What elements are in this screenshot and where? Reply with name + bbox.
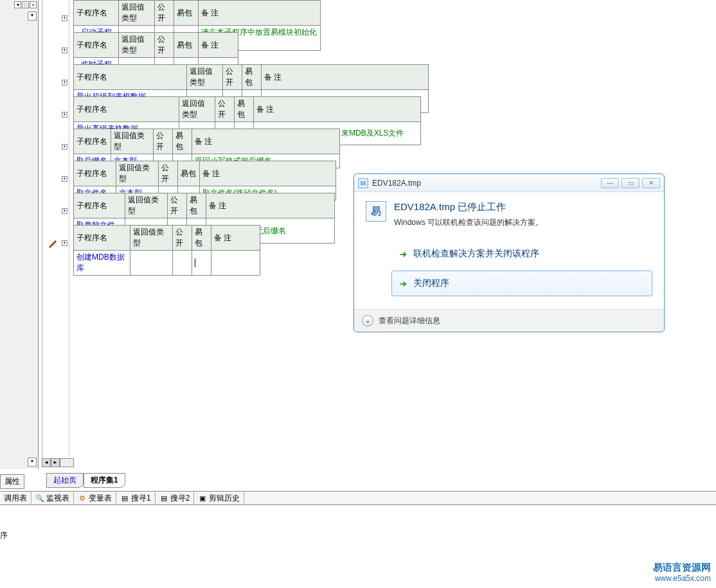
col-pkg: 易包 xyxy=(192,226,211,251)
expand-icon[interactable]: + xyxy=(62,176,67,182)
col-remark: 备 注 xyxy=(206,193,335,218)
option-check-online[interactable]: ➔ 联机检查解决方案并关闭该程序 xyxy=(391,241,652,267)
watermark-title: 易语言资源网 xyxy=(653,562,711,574)
cell-type[interactable] xyxy=(130,251,173,276)
col-name: 子程序名 xyxy=(74,161,116,186)
expand-icon[interactable]: + xyxy=(62,240,67,246)
minimize-button[interactable]: — xyxy=(601,178,619,188)
col-pkg: 易包 xyxy=(173,129,192,154)
cell-remark[interactable] xyxy=(211,251,260,276)
tool-search1[interactable]: ▤搜寻1 xyxy=(116,492,156,504)
col-public: 公开 xyxy=(168,193,187,218)
expand-icon[interactable]: + xyxy=(62,208,67,214)
col-remark: 备 注 xyxy=(254,97,421,122)
col-pkg: 易包 xyxy=(242,65,262,90)
hscroll[interactable]: ◄ ► xyxy=(42,458,74,467)
scroll-right-icon[interactable]: ► xyxy=(51,458,60,467)
properties-tab[interactable]: 属性 xyxy=(0,474,24,489)
doc-icon: ▤ xyxy=(120,494,129,503)
col-public: 公开 xyxy=(159,161,178,186)
dialog-titlebar[interactable]: EDV182A.tmp — ▭ ✕ xyxy=(354,174,664,192)
dialog-options: ➔ 联机检查解决方案并关闭该程序 ➔ 关闭程序 xyxy=(391,241,652,296)
side-panel: ▾ □ × ▾ ▾ xyxy=(0,0,39,469)
cell-name[interactable]: 创建MDB数据库 xyxy=(74,251,130,276)
col-public: 公开 xyxy=(154,129,173,154)
tool-label: 搜寻1 xyxy=(131,493,151,504)
program-icon: 易 xyxy=(366,201,386,222)
watermark-url: www.e5a5x.com xyxy=(653,574,711,583)
tool-watch[interactable]: 🔍监视表 xyxy=(31,492,74,504)
col-remark: 备 注 xyxy=(199,1,321,26)
dialog-heading: EDV182A.tmp 已停止工作 xyxy=(394,201,543,213)
col-type: 返回值类型 xyxy=(116,161,159,186)
col-public: 公开 xyxy=(223,65,242,90)
expand-icon[interactable]: + xyxy=(62,144,67,150)
tool-label: 搜寻2 xyxy=(170,493,190,504)
scroll-track[interactable] xyxy=(60,458,74,467)
expand-icon[interactable]: + xyxy=(62,15,67,21)
col-type: 返回值类型 xyxy=(119,33,155,58)
tab-start[interactable]: 起始页 xyxy=(46,473,84,488)
cell-public[interactable] xyxy=(173,251,192,276)
col-remark: 备 注 xyxy=(199,33,238,58)
subroutine-table[interactable]: 子程序名 返回值类型 公开 易包 备 注 创建MDB数据库 xyxy=(73,225,260,276)
col-remark: 备 注 xyxy=(192,129,340,154)
maximize-button[interactable]: ▭ xyxy=(622,178,640,188)
bottom-toolbar: 调用表 🔍监视表 ⚙变量表 ▤搜寻1 ▤搜寻2 ▣剪辑历史 xyxy=(0,491,716,505)
option-label: 联机检查解决方案并关闭该程序 xyxy=(413,248,539,260)
chevron-down-icon[interactable]: ⌄ xyxy=(362,315,373,326)
tool-label: 变量表 xyxy=(89,493,112,504)
tool-vars[interactable]: ⚙变量表 xyxy=(74,492,116,504)
expand-icon[interactable]: + xyxy=(62,48,67,53)
panel-combo2-icon[interactable]: ▾ xyxy=(28,458,37,467)
col-type: 返回值类型 xyxy=(187,65,223,90)
details-label[interactable]: 查看问题详细信息 xyxy=(379,316,440,326)
tool-history[interactable]: ▣剪辑历史 xyxy=(194,492,244,504)
tool-search2[interactable]: ▤搜寻2 xyxy=(156,492,195,504)
clip-icon: ▣ xyxy=(198,494,207,503)
expand-icon[interactable]: + xyxy=(62,112,67,118)
scroll-left-icon[interactable]: ◄ xyxy=(42,458,51,467)
col-name: 子程序名 xyxy=(74,226,130,251)
close-button[interactable]: ✕ xyxy=(642,178,660,188)
col-remark: 备 注 xyxy=(200,161,336,186)
expand-icon[interactable]: + xyxy=(62,80,67,85)
dialog-window-buttons: — ▭ ✕ xyxy=(601,178,660,188)
col-public: 公开 xyxy=(173,226,192,251)
panel-controls: ▾ □ × xyxy=(14,1,37,8)
dialog-subtext: Windows 可以联机检查该问题的解决方案。 xyxy=(394,217,543,228)
panel-dropdown-icon[interactable]: ▾ xyxy=(14,1,21,8)
col-pkg: 易包 xyxy=(174,1,199,26)
link-icon: ⚙ xyxy=(78,494,87,503)
tool-label: 剪辑历史 xyxy=(209,493,240,504)
col-remark: 备 注 xyxy=(262,65,429,90)
cell-pkg[interactable] xyxy=(192,251,211,276)
col-name: 子程序名 xyxy=(74,33,119,58)
arrow-icon: ➔ xyxy=(400,279,407,289)
arrow-icon: ➔ xyxy=(400,249,407,259)
col-name: 子程序名 xyxy=(74,193,125,218)
gutter: ++++++++ xyxy=(42,0,69,463)
tool-label: 调用表 xyxy=(4,493,27,504)
col-public: 公开 xyxy=(155,1,174,26)
col-type: 返回值类型 xyxy=(179,97,215,122)
watermark: 易语言资源网 www.e5a5x.com xyxy=(653,562,711,583)
tab-active[interactable]: 程序集1 xyxy=(84,473,125,488)
status-text: 序 xyxy=(0,530,8,541)
panel-pin-icon[interactable]: □ xyxy=(22,1,29,8)
col-public: 公开 xyxy=(215,97,235,122)
option-close-program[interactable]: ➔ 关闭程序 xyxy=(391,271,652,296)
col-pkg: 易包 xyxy=(235,97,254,122)
col-name: 子程序名 xyxy=(74,97,179,122)
col-type: 返回值类型 xyxy=(111,129,154,154)
col-pkg: 易包 xyxy=(174,33,199,58)
tool-label: 监视表 xyxy=(46,493,69,504)
tool-calltable[interactable]: 调用表 xyxy=(0,492,31,504)
option-label: 关闭程序 xyxy=(413,278,449,289)
panel-combo-icon[interactable]: ▾ xyxy=(28,12,37,21)
dialog-body: 易 EDV182A.tmp 已停止工作 Windows 可以联机检查该问题的解决… xyxy=(354,192,664,309)
subroutine-block: 子程序名 返回值类型 公开 易包 备 注 创建MDB数据库 xyxy=(73,225,260,276)
panel-close-icon[interactable]: × xyxy=(30,1,37,8)
col-remark: 备 注 xyxy=(211,226,260,251)
col-public: 公开 xyxy=(155,33,174,58)
